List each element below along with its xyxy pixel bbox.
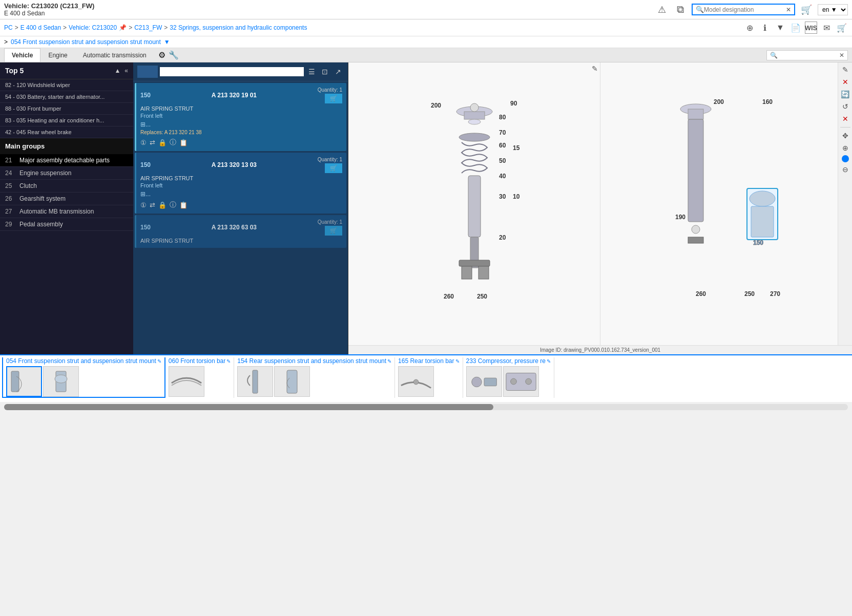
top5-collapse-up-icon[interactable]: ▲	[114, 67, 120, 74]
thumb-section-3[interactable]: 165 Rear torsion bar ✎	[395, 357, 463, 398]
group-item-25[interactable]: 25 Clutch	[0, 180, 133, 193]
thumb-img-3a[interactable]	[398, 366, 434, 397]
svg-text:150: 150	[753, 239, 763, 246]
table-expand-icon-1[interactable]: ⊞...	[140, 190, 151, 198]
part-pdf-icon-0[interactable]: 📋	[179, 139, 188, 146]
top5-item-0[interactable]: 82 - 120 Windshield wiper	[0, 79, 133, 91]
scrollbar-container	[0, 402, 852, 412]
thumb-section-0[interactable]: 054 Front suspension strut and suspensio…	[2, 357, 165, 398]
tab-automatic-transmission[interactable]: Automatic transmission	[75, 48, 154, 62]
wis-icon[interactable]: WIS	[805, 22, 817, 34]
top5-item-1[interactable]: 54 - 030 Battery, starter and alternator…	[0, 91, 133, 103]
tab-vehicle[interactable]: Vehicle	[4, 48, 40, 62]
breadcrumb-current[interactable]: 054 Front suspension strut and suspensio…	[11, 38, 161, 46]
thumb-img-2a[interactable]	[237, 366, 273, 397]
part-swap-icon-0[interactable]: ⇄	[150, 139, 155, 146]
thumb-img-4a[interactable]	[466, 366, 502, 397]
table-expand-icon-0[interactable]: ⊞...	[140, 121, 151, 128]
svg-text:15: 15	[513, 144, 520, 152]
thumb-edit-icon-1[interactable]: ✎	[226, 358, 231, 364]
info-icon[interactable]: ℹ	[759, 22, 771, 34]
thumb-img-4b[interactable]	[503, 366, 539, 397]
thumb-img-0a[interactable]	[6, 366, 42, 397]
cross-diagram-icon[interactable]: ✕	[841, 114, 849, 124]
search-clear-button[interactable]: ✕	[786, 6, 791, 13]
tab-search-input[interactable]	[778, 52, 839, 58]
doc-icon[interactable]: 📄	[789, 22, 802, 34]
language-selector[interactable]: en ▼	[818, 4, 848, 15]
model-search-input[interactable]	[704, 6, 786, 13]
breadcrumb: PC > E 400 d Sedan > Vehicle: C213020 📌 …	[0, 19, 852, 36]
part-info-icon-1[interactable]: ⓘ	[170, 200, 176, 209]
thumb-edit-icon-2[interactable]: ✎	[387, 358, 391, 364]
thumb-img-0b[interactable]	[43, 366, 79, 397]
grid-view-icon[interactable]: ⊡	[319, 66, 330, 77]
breadcrumb-springs[interactable]: 32 Springs, suspension and hydraulic com…	[170, 24, 307, 31]
zoom-in-icon[interactable]: ⊕	[743, 22, 756, 34]
part-swap-icon-1[interactable]: ⇄	[150, 201, 155, 209]
part-item-2[interactable]: 150 A 213 320 63 03 Quantity: 1 🛒 AIR SP…	[135, 215, 346, 248]
thumb-img-1a[interactable]	[169, 366, 204, 397]
thumb-section-1[interactable]: 060 Front torsion bar ✎	[165, 357, 234, 398]
vehicle-pin-icon[interactable]: 📌	[119, 24, 127, 31]
diagram-main: 90 80 70 60 50 40 30 20 200 15 10 250 26…	[348, 62, 852, 345]
part-pdf-icon-1[interactable]: 📋	[179, 201, 188, 209]
breadcrumb-pc[interactable]: PC	[4, 24, 13, 31]
svg-rect-6	[462, 266, 472, 279]
part-item-0[interactable]: 150 A 213 320 19 01 Quantity: 1 🛒 AIR SP…	[135, 83, 346, 151]
part-item-1[interactable]: 150 A 213 320 13 03 Quantity: 1 🛒 AIR SP…	[135, 153, 346, 214]
part-lock-icon-0[interactable]: 🔒	[158, 139, 167, 146]
popout-icon[interactable]: ↗	[333, 66, 344, 77]
image-id-bar: Image ID: drawing_PV000.010.162.734_vers…	[348, 345, 852, 354]
tab-engine[interactable]: Engine	[40, 48, 75, 62]
thumb-edit-icon-0[interactable]: ✎	[157, 358, 161, 364]
zoom-out-diag-icon[interactable]: ⊖	[841, 164, 849, 175]
diagram-left-edit-icon[interactable]: ✎	[592, 65, 598, 73]
top5-collapse-left-icon[interactable]: «	[124, 67, 128, 74]
tab-search-clear[interactable]: ✕	[839, 52, 844, 59]
group-item-27[interactable]: 27 Automatic MB transmission	[0, 205, 133, 218]
edit-diagram-icon[interactable]: ✎	[841, 65, 849, 75]
top5-item-3[interactable]: 83 - 035 Heating and air conditioner h..…	[0, 115, 133, 126]
svg-point-2	[459, 133, 490, 141]
diagram-left: 90 80 70 60 50 40 30 20 200 15 10 250 26…	[348, 62, 600, 345]
top5-item-2[interactable]: 88 - 030 Front bumper	[0, 103, 133, 115]
thumb-edit-icon-3[interactable]: ✎	[455, 358, 460, 364]
list-view-icon[interactable]: ☰	[306, 66, 317, 77]
group-item-26[interactable]: 26 Gearshift system	[0, 193, 133, 205]
zoom-in-diag-icon[interactable]: ⊕	[841, 143, 849, 153]
history-icon[interactable]: ↺	[841, 101, 849, 112]
breadcrumb-fw[interactable]: C213_FW	[134, 24, 162, 31]
refresh-icon[interactable]: 🔄	[840, 89, 850, 99]
add-to-cart-button-1[interactable]: 🛒	[325, 163, 342, 173]
part-pn-1: A 213 320 13 03	[212, 161, 257, 168]
breadcrumb-dropdown-icon[interactable]: ▼	[164, 38, 170, 46]
pan-icon[interactable]: ✥	[841, 131, 849, 141]
warning-icon[interactable]: ⚠	[655, 3, 669, 17]
part-lock-icon-1[interactable]: 🔒	[158, 201, 167, 209]
settings-icon[interactable]: ⚙	[158, 50, 165, 60]
add-to-cart-button-0[interactable]: 🛒	[325, 94, 342, 103]
svg-text:250: 250	[477, 293, 487, 300]
filter-icon[interactable]: ▼	[774, 22, 786, 34]
top5-item-4[interactable]: 42 - 045 Rear wheel brake	[0, 126, 133, 138]
add-to-cart-button-2[interactable]: 🛒	[325, 226, 342, 236]
close-diagram-icon[interactable]: ✕	[841, 77, 849, 87]
thumb-section-2[interactable]: 154 Rear suspension strut and suspension…	[234, 357, 395, 398]
breadcrumb-model[interactable]: E 400 d Sedan	[20, 24, 61, 31]
header-cart-icon[interactable]: 🛒	[799, 3, 814, 17]
scrollbar-thumb[interactable]	[4, 404, 493, 410]
group-item-24[interactable]: 24 Engine suspension	[0, 167, 133, 180]
thumb-img-2b[interactable]	[274, 366, 310, 397]
breadcrumb-vehicle[interactable]: Vehicle: C213020	[69, 24, 117, 31]
thumb-section-4[interactable]: 233 Compressor, pressure re ✎	[463, 357, 554, 398]
copy-icon[interactable]: ⧉	[673, 3, 688, 17]
part-info-icon-0[interactable]: ⓘ	[170, 138, 176, 147]
breadcrumb-cart-icon[interactable]: 🛒	[836, 22, 848, 34]
parts-list-search-input[interactable]	[160, 67, 304, 76]
group-item-29[interactable]: 29 Pedal assembly	[0, 218, 133, 231]
group-item-21[interactable]: 21 Major assembly detachable parts	[0, 154, 133, 167]
wrench-icon[interactable]: 🔧	[169, 50, 179, 60]
thumb-edit-icon-4[interactable]: ✎	[547, 358, 551, 364]
mail-icon[interactable]: ✉	[820, 22, 833, 34]
